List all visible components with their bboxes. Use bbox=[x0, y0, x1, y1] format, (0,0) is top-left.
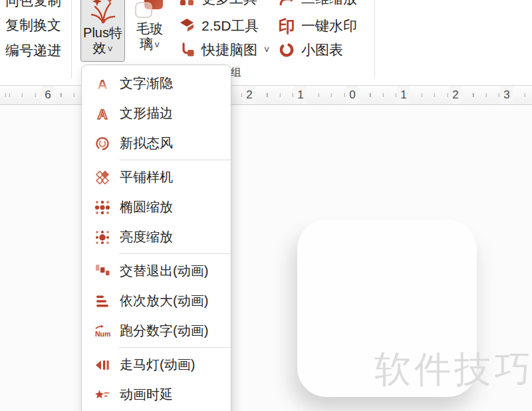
zoom-2d-button[interactable]: 二维缩放 bbox=[278, 0, 357, 8]
tool-2-5d-label: 2.5D工具 bbox=[201, 17, 259, 35]
menu-item-label: 文字渐隐 bbox=[120, 74, 173, 92]
menu-item-running-number[interactable]: Num 跑分数字(动画) bbox=[82, 316, 231, 346]
brightness-zoom-icon bbox=[93, 228, 111, 246]
ruler-label: 6 bbox=[41, 86, 54, 104]
menu-separator bbox=[119, 160, 231, 160]
zoom-2d-label: 二维缩放 bbox=[301, 0, 357, 8]
running-number-icon: Num bbox=[93, 322, 111, 340]
menu-item-label: 平铺样机 bbox=[120, 168, 173, 186]
menu-item-ellipse-zoom[interactable]: 椭圆缩放 bbox=[82, 192, 231, 222]
fireworks-icon bbox=[89, 0, 117, 25]
menu-separator bbox=[119, 253, 231, 254]
menu-item-marquee[interactable]: 走马灯(动画) bbox=[82, 350, 231, 380]
menu-item-label: 亮度缩放 bbox=[120, 228, 173, 246]
horizontal-ruler: 6 2 1 0 1 2 3 bbox=[0, 85, 532, 105]
small-chart-button[interactable]: 小图表 bbox=[278, 41, 343, 59]
donut-chart-icon bbox=[278, 41, 295, 59]
same-color-copy-button[interactable]: 同色复制 bbox=[5, 0, 61, 10]
chevron-down-icon: ˅ bbox=[154, 40, 160, 51]
menu-item-alternate-exit[interactable]: 交替退出(动画) bbox=[82, 256, 231, 286]
frosted-glass-label-line2: 璃 bbox=[140, 37, 153, 51]
frosted-glass-button[interactable]: 毛玻 璃˅ bbox=[128, 0, 171, 62]
marquee-icon bbox=[93, 356, 111, 374]
sequential-enlarge-icon bbox=[93, 292, 111, 310]
animation-delay-icon bbox=[93, 386, 111, 404]
yin-glyph: 印 bbox=[279, 17, 295, 35]
svg-text:A: A bbox=[97, 106, 107, 121]
menu-item-animation-delay[interactable]: 动画时延 bbox=[82, 380, 231, 410]
chevron-down-icon: ˅ bbox=[264, 45, 269, 55]
more-tools-icon bbox=[178, 0, 196, 7]
ruler-label: 0 bbox=[346, 86, 358, 104]
menu-item-label: 椭圆缩放 bbox=[120, 198, 173, 216]
watermark-stamp-icon: 印 bbox=[278, 17, 295, 35]
text-outline-icon: A bbox=[93, 104, 111, 122]
copy-replace-text-label: 复制换文 bbox=[5, 17, 61, 33]
ribbon-group-label: 组 bbox=[231, 66, 241, 80]
plus-effects-dropdown-menu: A 文字渐隐 A 文形描边 新拟态风 bbox=[81, 65, 231, 411]
menu-item-label: 动画时延 bbox=[120, 386, 173, 404]
ruler-label: 1 bbox=[397, 86, 410, 104]
quick-mindmap-button[interactable]: 快捷脑图 ˅ bbox=[178, 41, 269, 59]
ribbon-separator bbox=[71, 0, 72, 78]
frosted-glass-label-line1: 毛玻 bbox=[136, 21, 163, 37]
ribbon-separator bbox=[374, 0, 375, 78]
menu-item-text-outline[interactable]: A 文形描边 bbox=[82, 98, 231, 128]
menu-item-text-fade[interactable]: A 文字渐隐 bbox=[82, 68, 231, 98]
menu-item-neumorphism[interactable]: 新拟态风 bbox=[82, 128, 231, 158]
plus-effects-button[interactable]: Plus特 效˅ bbox=[80, 0, 125, 62]
alternate-exit-icon bbox=[93, 262, 111, 280]
tool-2-5d-button[interactable]: 2.5D工具 bbox=[178, 17, 259, 35]
menu-item-tile-mockup[interactable]: 平铺样机 bbox=[82, 162, 231, 192]
quick-mindmap-label: 快捷脑图 bbox=[201, 41, 257, 59]
frosted-glass-icon bbox=[134, 0, 165, 21]
plus-effects-label-line1: Plus特 bbox=[83, 25, 122, 41]
svg-text:Num: Num bbox=[95, 330, 110, 338]
one-key-watermark-button[interactable]: 印 一键水印 bbox=[278, 17, 357, 35]
same-color-copy-label: 同色复制 bbox=[5, 0, 61, 8]
tile-mockup-icon bbox=[93, 168, 111, 186]
small-chart-label: 小图表 bbox=[301, 41, 343, 59]
ruler-label: 2 bbox=[449, 86, 462, 104]
mindmap-icon bbox=[178, 41, 196, 59]
menu-item-label: 交替退出(动画) bbox=[120, 262, 208, 280]
chevron-down-icon: ˅ bbox=[107, 44, 112, 55]
menu-item-sequential-enlarge[interactable]: 依次放大(动画) bbox=[82, 286, 231, 316]
text-fade-icon: A bbox=[93, 74, 111, 92]
ruler-label: 2 bbox=[243, 86, 255, 104]
zoom-2d-icon bbox=[278, 0, 295, 7]
menu-item-label: 跑分数字(动画) bbox=[120, 322, 208, 340]
menu-item-label: 依次放大(动画) bbox=[120, 292, 208, 310]
menu-item-label: 新拟态风 bbox=[120, 134, 173, 152]
watermark-text: 软件技巧 bbox=[374, 345, 532, 394]
ellipse-zoom-icon bbox=[93, 198, 111, 216]
more-tools-button[interactable]: 更多工具 bbox=[178, 0, 257, 8]
ruler-label: 3 bbox=[500, 86, 513, 104]
more-tools-label: 更多工具 bbox=[201, 0, 257, 8]
menu-item-label: 文形描边 bbox=[120, 104, 173, 122]
plus-effects-label-line2: 效 bbox=[92, 41, 106, 55]
slide-canvas[interactable]: 软件技巧 bbox=[0, 106, 532, 411]
cube-2-5d-icon bbox=[178, 17, 196, 35]
copy-replace-text-button[interactable]: 复制换文 bbox=[5, 16, 61, 35]
svg-text:A: A bbox=[97, 76, 107, 91]
menu-item-brightness-zoom[interactable]: 亮度缩放 bbox=[82, 222, 231, 252]
neumorphism-icon bbox=[93, 134, 111, 152]
ruler-label: 1 bbox=[294, 86, 307, 104]
menu-separator bbox=[119, 347, 231, 348]
number-progression-label: 编号递进 bbox=[5, 43, 61, 58]
one-key-watermark-label: 一键水印 bbox=[301, 17, 357, 35]
menu-item-label: 走马灯(动画) bbox=[120, 356, 195, 374]
ribbon: 同色复制 复制换文 编号递进 Plus特 效˅ bbox=[0, 0, 532, 85]
number-progression-button[interactable]: 编号递进 bbox=[5, 41, 61, 60]
